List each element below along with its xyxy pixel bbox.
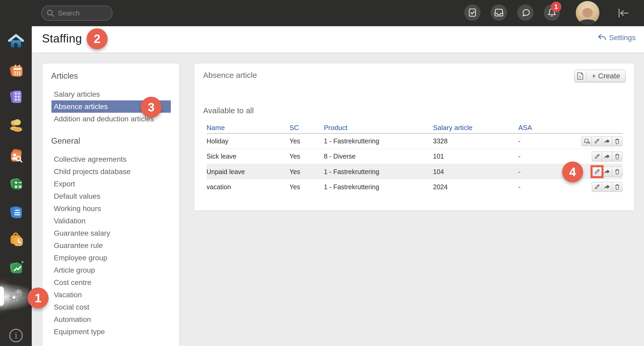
edit-button[interactable] <box>592 182 602 192</box>
cell-sc: Yes <box>289 168 324 176</box>
search-input[interactable] <box>58 9 103 17</box>
nav-item-equipment-type[interactable]: Equipment type <box>51 326 171 338</box>
column-header-product[interactable]: Product <box>324 124 433 132</box>
delete-button[interactable] <box>612 167 622 177</box>
forward-button[interactable] <box>602 152 612 161</box>
column-header-asa[interactable]: ASA <box>518 124 581 132</box>
nav-item-vacation[interactable]: Vacation <box>51 289 171 301</box>
file-export-icon: x <box>577 72 584 80</box>
messages-button[interactable] <box>517 4 534 21</box>
edit-button[interactable] <box>592 152 602 161</box>
sidebar-item-time-tracking[interactable] <box>7 231 25 248</box>
nav-item-social-cost[interactable]: Social cost <box>51 301 171 313</box>
row-actions <box>581 152 622 161</box>
user-avatar[interactable] <box>576 1 599 25</box>
edit-button-highlighted[interactable] <box>592 167 602 177</box>
content-area: Articles Salary articles Absence article… <box>32 53 644 346</box>
settings-gear-icon <box>8 287 24 304</box>
nav-item-export[interactable]: Export <box>51 178 171 190</box>
sidebar-item-companies[interactable] <box>7 88 25 105</box>
table-row-sick-leave: Sick leave Yes 8 - Diverse 101 - <box>207 149 622 164</box>
sidebar-item-invoices[interactable] <box>7 204 25 221</box>
inbox-icon <box>494 8 504 17</box>
column-header-salary-article[interactable]: Salary article <box>433 124 518 132</box>
nav-item-employee-group[interactable]: Employee group <box>51 252 171 264</box>
sidebar-item-calculator[interactable] <box>7 175 25 193</box>
cell-product: 1 - Fastrekruttering <box>324 137 433 145</box>
search-icon <box>46 9 54 17</box>
cell-product: 1 - Fastrekruttering <box>324 168 433 176</box>
forward-button[interactable] <box>602 136 612 146</box>
info-icon: i <box>8 328 24 343</box>
annotation-step-3: 3 <box>141 97 162 118</box>
nav-item-default-values[interactable]: Default values <box>51 190 171 202</box>
sidebar-item-scheduling[interactable] <box>7 62 25 79</box>
nav-item-validation[interactable]: Validation <box>51 215 171 227</box>
inbox-button[interactable] <box>491 4 507 21</box>
cell-salary-article: 104 <box>433 168 518 176</box>
table-header-row: Name SC Product Salary article ASA <box>207 122 622 134</box>
cell-name: vacation <box>207 183 289 191</box>
tasks-button[interactable] <box>464 4 481 21</box>
edit-button[interactable] <box>592 136 602 146</box>
delete-button[interactable] <box>612 136 622 146</box>
settings-link-label: Settings <box>609 34 636 42</box>
sidebar-item-home[interactable] <box>7 33 25 50</box>
nav-item-automation[interactable]: Automation <box>51 313 171 326</box>
person-search-icon <box>8 147 24 164</box>
cell-salary-article: 3328 <box>433 137 518 145</box>
delete-button[interactable] <box>612 182 622 192</box>
cell-name: Sick leave <box>207 153 289 160</box>
home-icon <box>8 34 24 50</box>
nav-item-cost-centre[interactable]: Cost centre <box>51 276 171 289</box>
collapse-arrow-icon <box>617 8 630 19</box>
building-icon <box>8 88 24 105</box>
nav-item-guarantee-rule[interactable]: Guarantee rule <box>51 239 171 252</box>
comments-button[interactable] <box>582 136 592 146</box>
nav-item-collective-agreements[interactable]: Collective agreements <box>51 153 171 165</box>
forward-button[interactable] <box>602 182 612 192</box>
cell-asa: - <box>518 137 581 145</box>
nav-section-title-general: General <box>51 135 179 147</box>
row-actions <box>581 167 622 177</box>
nav-item-child-projects-database[interactable]: Child projects database <box>51 165 171 178</box>
table-row-unpaid-leave: Unpaid leave Yes 1 - Fastrekruttering 10… <box>207 164 622 179</box>
chart-icon <box>8 260 24 276</box>
create-button[interactable]: + Create <box>587 70 625 82</box>
panel-title: Absence article <box>203 71 257 80</box>
global-search[interactable] <box>41 6 113 21</box>
info-button[interactable]: i <box>7 327 25 344</box>
cell-asa: - <box>518 183 581 191</box>
column-header-sc[interactable]: SC <box>289 124 324 132</box>
briefcase-clock-icon <box>8 231 24 247</box>
settings-link[interactable]: Settings <box>598 34 636 42</box>
calculator-icon <box>8 176 24 192</box>
sidebar-item-recruitment[interactable] <box>7 147 25 164</box>
nav-item-guarantee-salary[interactable]: Guarantee salary <box>51 227 171 239</box>
chat-bubble-icon <box>521 8 530 17</box>
collapse-button[interactable] <box>617 7 630 19</box>
cell-name: Unpaid leave <box>207 168 289 176</box>
nav-item-article-group[interactable]: Article group <box>51 264 171 276</box>
page-header: Staffing Settings <box>32 26 644 53</box>
forward-button[interactable] <box>602 167 612 177</box>
app-sidebar: i <box>0 0 32 346</box>
annotation-step-1: 1 <box>28 288 49 309</box>
export-button[interactable]: x <box>574 70 587 82</box>
task-check-icon <box>468 8 477 17</box>
sidebar-item-reports[interactable] <box>7 259 25 277</box>
staffing-settings-page: i <box>0 0 644 346</box>
nav-item-working-hours[interactable]: Working hours <box>51 202 171 215</box>
row-actions <box>581 182 622 192</box>
cell-sc: Yes <box>289 153 324 160</box>
svg-text:i: i <box>15 331 17 340</box>
cell-salary-article: 101 <box>433 153 518 160</box>
nav-section-title-articles: Articles <box>51 70 179 82</box>
column-header-name[interactable]: Name <box>207 124 289 132</box>
delete-button[interactable] <box>612 152 622 161</box>
topbar: 1 <box>0 0 644 26</box>
sidebar-item-payroll[interactable] <box>7 118 25 135</box>
annotation-step-2: 2 <box>87 28 108 49</box>
sidebar-item-settings[interactable] <box>7 287 25 304</box>
document-icon <box>8 204 24 220</box>
